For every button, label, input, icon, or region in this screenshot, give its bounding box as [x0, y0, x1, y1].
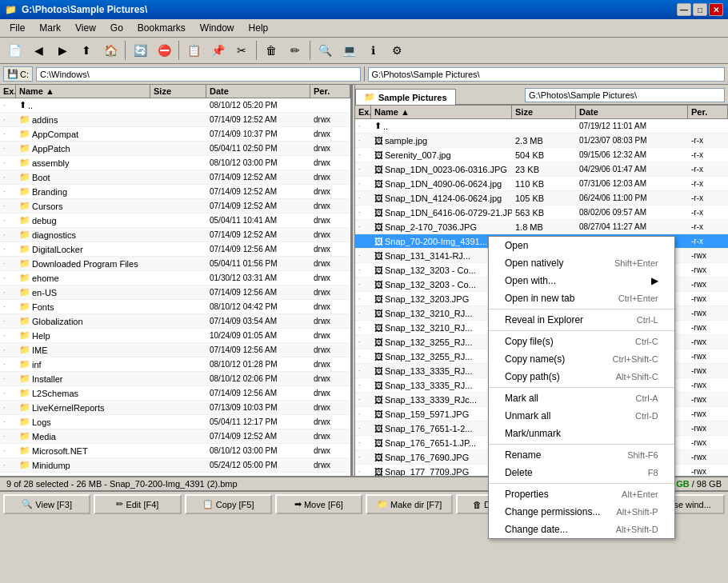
- table-row[interactable]: · 🖼 Snap_1DN_6416-06-0729-21.JPG 563 KB …: [355, 206, 728, 220]
- table-row[interactable]: · 🖼 Snap_1DN_4124-06-0624.jpg 105 KB 06/…: [355, 191, 728, 206]
- menu-item-view[interactable]: View: [69, 21, 102, 35]
- context-menu-item-copy-name(s)[interactable]: Copy name(s)Ctrl+Shift-C: [489, 350, 674, 368]
- table-row[interactable]: · 📁 L2Schemas 07/14/09 12:56 AM drwx: [0, 386, 350, 401]
- toolbar-terminal-button[interactable]: 💻: [338, 40, 360, 61]
- context-menu-item-open[interactable]: Open: [489, 237, 674, 254]
- toolbar-rename-button[interactable]: ✏: [284, 40, 306, 61]
- table-row[interactable]: · 📁 AppPatch 05/04/11 02:50 PM drwx: [0, 142, 350, 156]
- table-row[interactable]: · 📁 AppCompat 07/14/09 10:37 PM drwx: [0, 127, 350, 142]
- menu-item-file[interactable]: File: [3, 21, 31, 35]
- close-button[interactable]: ✕: [709, 3, 723, 16]
- table-row[interactable]: · 📁 DigitalLocker 07/14/09 12:56 AM drwx: [0, 242, 350, 257]
- toolbar-copy-button[interactable]: 📋: [182, 40, 205, 61]
- table-row[interactable]: · ⬆ .. 08/10/12 05:20 PM: [0, 98, 350, 113]
- toolbar-back-button[interactable]: ◀: [27, 40, 50, 61]
- table-row[interactable]: · 📁 Help 10/24/09 01:05 AM drwx: [0, 329, 350, 343]
- left-address-input[interactable]: [36, 67, 361, 82]
- table-row[interactable]: · 📁 ModernLogs 07/14/09 12:52 AM drwx: [0, 473, 350, 476]
- table-row[interactable]: · 📁 Globalization 07/14/09 03:54 AM drwx: [0, 314, 350, 329]
- table-row[interactable]: · 📁 Media 07/14/09 12:52 AM drwx: [0, 429, 350, 444]
- table-row[interactable]: · 📁 Branding 07/14/09 12:52 AM drwx: [0, 185, 350, 199]
- right-col-date[interactable]: Date: [576, 106, 688, 118]
- file-date: 07/14/09 12:52 AM: [206, 473, 310, 476]
- minimize-button[interactable]: —: [677, 3, 691, 16]
- table-row[interactable]: · 📁 Fonts 08/10/12 04:42 PM drwx: [0, 300, 350, 314]
- table-row[interactable]: · 📁 diagnostics 07/14/09 12:52 AM drwx: [0, 228, 350, 242]
- table-row[interactable]: · 📁 Cursors 07/14/09 12:52 AM drwx: [0, 199, 350, 214]
- file-date: 07/14/09 12:56 AM: [206, 242, 310, 256]
- bottom-btn-copy--f5-[interactable]: 📋Copy [F5]: [185, 494, 272, 514]
- context-menu-item-open-with---[interactable]: Open with...▶: [489, 272, 674, 290]
- toolbar-search-button[interactable]: 🔍: [314, 40, 336, 61]
- context-menu-item-copy-file(s)[interactable]: Copy file(s)Ctrl-C: [489, 333, 674, 350]
- table-row[interactable]: · 🖼 Snap_2-170_7036.JPG 1.8 MB 08/27/04 …: [355, 220, 728, 234]
- table-row[interactable]: · 📁 Logs 05/04/11 12:17 PM drwx: [0, 415, 350, 429]
- left-col-date[interactable]: Date: [206, 85, 310, 98]
- toolbar-paste-button[interactable]: 📌: [206, 40, 229, 61]
- file-perm: -r-x: [688, 134, 728, 147]
- table-row[interactable]: · 📁 IME 07/14/09 12:56 AM drwx: [0, 343, 350, 357]
- right-col-perm[interactable]: Per.: [688, 106, 728, 118]
- toolbar-up-button[interactable]: ⬆: [75, 40, 98, 61]
- context-menu-item-rename[interactable]: RenameShift-F6: [489, 446, 674, 464]
- menu-item-window[interactable]: Window: [194, 21, 241, 35]
- right-panel-tab[interactable]: 📁 Sample Pictures: [355, 89, 456, 105]
- bottom-btn-move--f6-[interactable]: ➡Move [F6]: [275, 494, 362, 514]
- bottom-btn-view--f3-[interactable]: 🔍View [F3]: [3, 494, 90, 514]
- file-ex: ·: [355, 249, 371, 262]
- context-menu-item-change-permissions---[interactable]: Change permissions...Alt+Shift-P: [489, 503, 674, 517]
- toolbar-new-button[interactable]: 📄: [3, 40, 26, 61]
- table-row[interactable]: · 📁 Boot 07/14/09 12:52 AM drwx: [0, 170, 350, 185]
- table-row[interactable]: · 📁 addins 07/14/09 12:52 AM drwx: [0, 113, 350, 127]
- menu-item-help[interactable]: Help: [242, 21, 275, 35]
- toolbar-settings-button[interactable]: ⚙: [386, 40, 408, 61]
- left-col-perm[interactable]: Per.: [310, 85, 350, 98]
- right-col-ex[interactable]: Ex.: [355, 106, 371, 118]
- context-menu-item-open-in-new-tab[interactable]: Open in new tabCtrl+Enter: [489, 290, 674, 307]
- table-row[interactable]: · 📁 debug 05/04/11 10:41 AM drwx: [0, 214, 350, 228]
- context-menu-item-copy-path(s)[interactable]: Copy path(s)Alt+Shift-C: [489, 368, 674, 385]
- left-col-ex[interactable]: Ex.: [0, 85, 16, 98]
- context-menu-item-mark-all[interactable]: Mark allCtrl-A: [489, 389, 674, 407]
- table-row[interactable]: · 📁 ehome 01/30/12 03:31 AM drwx: [0, 271, 350, 286]
- left-col-size[interactable]: Size: [150, 85, 206, 98]
- toolbar-cut-button[interactable]: ✂: [230, 40, 253, 61]
- table-row[interactable]: · 📁 Microsoft.NET 08/10/12 03:00 PM drwx: [0, 444, 350, 458]
- menu-item-bookmarks[interactable]: Bookmarks: [131, 21, 192, 35]
- toolbar-delete-button[interactable]: 🗑: [260, 40, 282, 61]
- context-menu-item-reveal-in-explorer[interactable]: Reveal in ExplorerCtrl-L: [489, 311, 674, 329]
- table-row[interactable]: · 🖼 sample.jpg 2.3 MB 01/23/07 08:03 PM …: [355, 134, 728, 148]
- right-col-size[interactable]: Size: [512, 106, 576, 118]
- context-menu-item-mark/unmark[interactable]: Mark/unmark: [489, 425, 674, 442]
- right-tab-address[interactable]: [525, 88, 725, 102]
- toolbar-forward-button[interactable]: ▶: [51, 40, 74, 61]
- table-row[interactable]: · 🖼 Serenity_007.jpg 504 KB 09/15/06 12:…: [355, 148, 728, 162]
- table-row[interactable]: · 📁 inf 08/10/12 01:28 PM drwx: [0, 357, 350, 372]
- context-menu-item-delete[interactable]: DeleteF8: [489, 464, 674, 481]
- bottom-btn-make-dir--f7-[interactable]: 📁Make dir [F7]: [366, 494, 453, 514]
- maximize-button[interactable]: □: [693, 3, 707, 16]
- table-row[interactable]: · 📁 assembly 08/10/12 03:00 PM drwx: [0, 156, 350, 170]
- table-row[interactable]: · 📁 en-US 07/14/09 12:56 AM drwx: [0, 286, 350, 300]
- menu-item-mark[interactable]: Mark: [33, 21, 67, 35]
- context-menu-item-unmark-all[interactable]: Unmark allCtrl-D: [489, 407, 674, 425]
- table-row[interactable]: · ⬆ .. 07/19/12 11:01 AM: [355, 119, 728, 134]
- table-row[interactable]: · 📁 LiveKernelReports 07/13/09 10:03 PM …: [0, 401, 350, 415]
- menu-item-go[interactable]: Go: [104, 21, 130, 35]
- right-address-input[interactable]: [368, 67, 726, 82]
- left-col-name[interactable]: Name ▲: [16, 85, 150, 98]
- bottom-btn-edit--f4-[interactable]: ✏Edit [F4]: [94, 494, 181, 514]
- toolbar-refresh-button[interactable]: 🔄: [129, 40, 151, 61]
- left-file-list[interactable]: · ⬆ .. 08/10/12 05:20 PM · 📁 addins 07/1…: [0, 98, 350, 476]
- table-row[interactable]: · 📁 Installer 08/10/12 02:06 PM drwx: [0, 372, 350, 386]
- context-menu-item-open-natively[interactable]: Open nativelyShift+Enter: [489, 254, 674, 272]
- toolbar-stop-button[interactable]: ⛔: [153, 40, 175, 61]
- table-row[interactable]: · 📁 Downloaded Program Files 05/04/11 01…: [0, 257, 350, 271]
- toolbar-properties-button[interactable]: ℹ: [362, 40, 384, 61]
- right-col-name[interactable]: Name ▲: [371, 106, 512, 118]
- table-row[interactable]: · 🖼 Snap_1DN_4090-06-0624.jpg 110 KB 07/…: [355, 177, 728, 191]
- table-row[interactable]: · 📁 Minidump 05/24/12 05:00 PM drwx: [0, 458, 350, 473]
- table-row[interactable]: · 🖼 Snap_1DN_0023-06-0316.JPG 23 KB 04/2…: [355, 162, 728, 177]
- toolbar-home-button[interactable]: 🏠: [99, 40, 122, 61]
- context-menu-item-properties[interactable]: PropertiesAlt+Enter: [489, 485, 674, 503]
